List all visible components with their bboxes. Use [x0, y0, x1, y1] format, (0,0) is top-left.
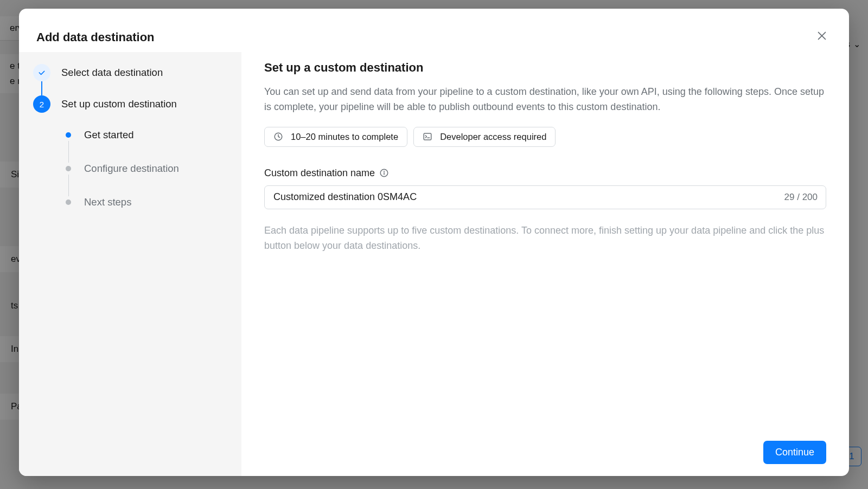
main-heading: Set up a custom destination — [264, 61, 826, 75]
close-button[interactable] — [813, 27, 831, 44]
step-connector — [41, 81, 42, 95]
substep-dot-icon — [66, 200, 71, 205]
substep-configure[interactable]: Configure destination — [66, 163, 229, 175]
check-icon — [33, 64, 50, 81]
time-badge-label: 10–20 minutes to complete — [291, 132, 398, 142]
destination-name-input-wrap: 29 / 200 — [264, 185, 826, 209]
substep-get-started[interactable]: Get started — [66, 129, 229, 141]
substeps: Get started Configure destination Next s… — [66, 129, 229, 208]
close-icon — [816, 30, 828, 42]
continue-button[interactable]: Continue — [763, 441, 826, 464]
add-destination-modal: Add data destination Select data destina… — [19, 9, 849, 476]
terminal-icon — [423, 132, 432, 141]
clock-icon — [273, 132, 283, 141]
substep-label: Configure destination — [84, 163, 179, 175]
svg-point-7 — [384, 171, 385, 172]
substep-connector — [68, 175, 69, 196]
step-label: Set up custom destination — [61, 98, 177, 110]
step-label: Select data destination — [61, 67, 163, 79]
steps-sidebar: Select data destination 2 Set up custom … — [19, 52, 241, 476]
info-icon[interactable] — [379, 168, 389, 178]
substep-connector — [68, 141, 69, 163]
substep-next-steps[interactable]: Next steps — [66, 196, 229, 208]
svg-rect-3 — [424, 133, 431, 140]
modal-overlay: Add data destination Select data destina… — [0, 0, 868, 489]
destination-name-input[interactable] — [264, 185, 826, 209]
access-badge-label: Developer access required — [440, 132, 546, 142]
info-badges: 10–20 minutes to complete Developer acce… — [264, 127, 826, 147]
modal-title: Add data destination — [19, 9, 849, 52]
character-count: 29 / 200 — [784, 192, 818, 203]
substep-dot-icon — [66, 132, 71, 138]
destination-name-label: Custom destination name — [264, 168, 826, 179]
main-description: You can set up and send data from your p… — [264, 85, 826, 115]
step-number-badge: 2 — [33, 95, 50, 113]
step-select-destination[interactable]: Select data destination — [33, 64, 229, 81]
modal-body: Select data destination 2 Set up custom … — [19, 52, 849, 476]
substep-label: Get started — [84, 129, 134, 141]
step-setup-custom[interactable]: 2 Set up custom destination — [33, 95, 229, 113]
substep-label: Next steps — [84, 196, 131, 208]
time-badge: 10–20 minutes to complete — [264, 127, 407, 147]
help-text: Each data pipeline supports up to five c… — [264, 223, 826, 254]
access-badge: Developer access required — [413, 127, 556, 147]
substep-dot-icon — [66, 166, 71, 171]
main-panel: Set up a custom destination You can set … — [241, 52, 849, 476]
modal-footer: Continue — [763, 441, 826, 464]
